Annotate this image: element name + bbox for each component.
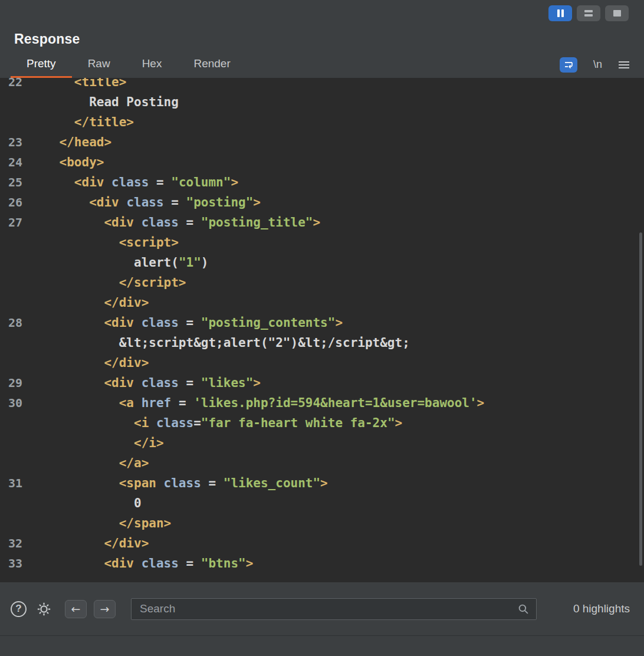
search-icon — [518, 603, 529, 615]
code-line: 28 <div class = "posting_contents"> — [0, 313, 644, 333]
code-text: <i class="far fa-heart white fa-2x"> — [22, 416, 402, 430]
code-line: <script> — [0, 232, 644, 252]
panel-title: Response — [14, 31, 80, 47]
code-text: </div> — [22, 356, 149, 370]
code-line: </div> — [0, 293, 644, 313]
word-wrap-toggle-button[interactable] — [560, 57, 577, 73]
code-text: </div> — [22, 536, 149, 550]
code-line: 24 <body> — [0, 152, 644, 172]
rows-layout-icon — [584, 10, 593, 17]
show-newlines-toggle[interactable]: \n — [593, 58, 602, 71]
top-strip — [0, 0, 644, 27]
code-text: <div class = "btns"> — [22, 556, 253, 570]
single-layout-icon — [613, 10, 621, 17]
columns-layout-icon — [557, 9, 564, 17]
code-line: </a> — [0, 453, 644, 473]
code-line: 23 </head> — [0, 132, 644, 152]
response-tabs: PrettyRawHexRender — [11, 52, 247, 78]
code-text: <div class = "posting_contents"> — [22, 316, 343, 330]
hamburger-menu-icon[interactable] — [618, 60, 630, 70]
code-text: <body> — [22, 155, 104, 169]
code-line: 0 — [0, 493, 644, 513]
word-wrap-icon — [564, 60, 573, 70]
response-editor[interactable]: 22 <title> Read Posting </title>23 </hea… — [0, 78, 644, 582]
code-text: <title> — [22, 78, 126, 89]
code-text: &lt;script&gt;alert("2")&lt;/script&gt; — [22, 336, 410, 350]
line-number: 22 — [0, 78, 22, 89]
prev-match-button[interactable]: ← — [65, 600, 87, 618]
code-text: Read Posting — [22, 95, 179, 109]
code-line: 30 <a href = 'likes.php?id=594&heart=1&u… — [0, 393, 644, 413]
line-number: 26 — [0, 195, 22, 209]
code-text: <div class = "posting"> — [22, 195, 261, 209]
code-text: <div class = "posting_title"> — [22, 215, 320, 229]
code-text: <script> — [22, 235, 179, 250]
code-line: </div> — [0, 353, 644, 373]
code-line: 33 <div class = "btns"> — [0, 553, 644, 573]
help-icon[interactable]: ? — [11, 601, 27, 617]
code-text: </a> — [22, 456, 149, 470]
line-number: 24 — [0, 155, 22, 169]
code-text: 0 — [22, 496, 142, 510]
tab-hex[interactable]: Hex — [126, 52, 178, 78]
tab-render[interactable]: Render — [178, 52, 246, 78]
code-line: </i> — [0, 433, 644, 453]
code-line: alert("1") — [0, 252, 644, 273]
line-number: 25 — [0, 175, 22, 189]
search-toolbar: ? ← → 0 highlights — [0, 582, 644, 635]
line-number: 23 — [0, 135, 22, 149]
code-text: </div> — [22, 296, 149, 310]
layout-single-button[interactable] — [605, 5, 629, 21]
settings-gear-icon[interactable] — [36, 601, 52, 617]
code-text: </i> — [22, 436, 164, 450]
line-number: 29 — [0, 376, 22, 390]
code-text: </script> — [22, 275, 186, 290]
line-number: 32 — [0, 536, 22, 550]
search-input[interactable] — [139, 602, 518, 616]
code-line: 22 <title> — [0, 78, 644, 92]
scrollbar-thumb[interactable] — [639, 232, 642, 566]
code-line: Read Posting — [0, 92, 644, 112]
line-number: 33 — [0, 556, 22, 570]
code-line: &lt;script&gt;alert("2")&lt;/script&gt; — [0, 333, 644, 353]
code-line: </title> — [0, 112, 644, 132]
highlights-count: 0 highlights — [573, 602, 630, 615]
code-line: 31 <span class = "likes_count"> — [0, 473, 644, 493]
code-text: <div class = "column"> — [22, 175, 238, 189]
code-lines: 22 <title> Read Posting </title>23 </hea… — [0, 78, 644, 573]
code-text: </head> — [22, 135, 111, 149]
code-line: 25 <div class = "column"> — [0, 172, 644, 192]
burp-response-panel: Response PrettyRawHexRender \n 22 <tit — [0, 0, 644, 656]
code-line: 29 <div class = "likes"> — [0, 373, 644, 393]
code-line: <i class="far fa-heart white fa-2x"> — [0, 413, 644, 433]
code-line: 27 <div class = "posting_title"> — [0, 212, 644, 232]
status-strip — [0, 635, 644, 656]
tab-pretty[interactable]: Pretty — [11, 52, 72, 78]
code-text: <span class = "likes_count"> — [22, 476, 328, 490]
code-line: </span> — [0, 513, 644, 533]
line-number: 31 — [0, 476, 22, 490]
line-number: 28 — [0, 316, 22, 330]
response-tab-bar: PrettyRawHexRender \n — [0, 52, 644, 78]
line-number: 30 — [0, 396, 22, 410]
line-number: 27 — [0, 215, 22, 229]
code-line: </script> — [0, 273, 644, 293]
code-line: 26 <div class = "posting"> — [0, 192, 644, 212]
code-text: </span> — [22, 516, 171, 530]
tab-tools: \n — [560, 52, 630, 78]
next-match-button[interactable]: → — [94, 600, 116, 618]
code-text: </title> — [22, 115, 134, 129]
code-text: <div class = "likes"> — [22, 376, 261, 390]
code-line: 32 </div> — [0, 533, 644, 553]
layout-rows-button[interactable] — [577, 5, 600, 21]
layout-columns-button[interactable] — [548, 5, 572, 21]
code-text: alert("1") — [22, 255, 208, 270]
code-text: <a href = 'likes.php?id=594&heart=1&user… — [22, 396, 484, 410]
tab-raw[interactable]: Raw — [72, 52, 126, 78]
search-box — [131, 598, 537, 620]
title-row: Response — [0, 27, 644, 52]
